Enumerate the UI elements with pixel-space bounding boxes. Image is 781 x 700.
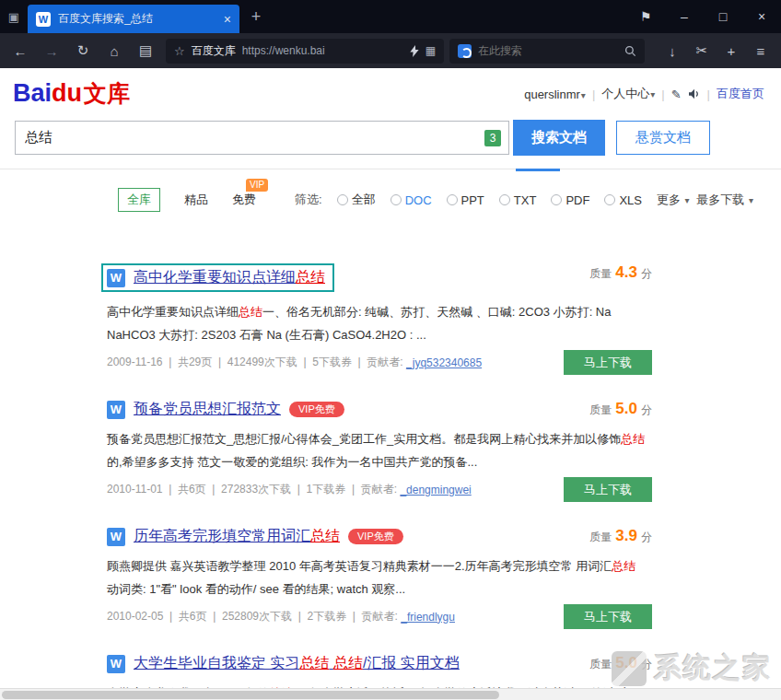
result-meta: 2010-11-01 | 共6页 | 272833次下载 | 1下载券 | 贡献… xyxy=(107,477,652,502)
radio-icon[interactable] xyxy=(499,194,510,205)
quality-score: 质量3.9分 xyxy=(589,527,652,545)
browser-tab[interactable]: W 百度文库搜索_总结 × xyxy=(28,5,239,33)
result-head: W 历年高考完形填空常用词汇总结 VIP免费 质量3.9分 xyxy=(107,527,652,546)
lightning-icon[interactable] xyxy=(410,45,419,57)
personal-center-menu[interactable]: 个人中心▾ xyxy=(601,86,655,102)
bounty-docs-button[interactable]: 悬赏文档 xyxy=(616,121,710,155)
doc-icon: W xyxy=(107,401,125,419)
reading-mode-icon[interactable]: ▤ xyxy=(131,37,160,64)
titlebar-spacer xyxy=(273,0,626,33)
active-tab-underline xyxy=(516,169,560,171)
address-bar[interactable]: ☆ 百度文库 https://wenku.bai ▦ xyxy=(166,39,444,64)
baidu-wenku-logo[interactable]: Baidu文库 xyxy=(13,79,130,107)
back-icon[interactable]: ← xyxy=(6,37,35,64)
add-icon[interactable]: + xyxy=(717,37,746,64)
search-input[interactable] xyxy=(15,121,509,155)
maximize-button[interactable]: □ xyxy=(704,0,742,33)
search-docs-button[interactable]: 搜索文档 xyxy=(513,120,605,156)
search-row: 3 搜索文档 悬赏文档 xyxy=(0,107,781,156)
qr-code-icon[interactable]: ▦ xyxy=(425,44,436,57)
search-result: W 预备党员思想汇报范文 VIP免费 质量5.0分 预备党员思想汇报范文_思想汇… xyxy=(107,400,652,502)
filter-option-xls[interactable]: XLS xyxy=(604,193,642,207)
selection-highlight-box: W 高中化学重要知识点详细总结 xyxy=(101,263,334,292)
user-nav: querslinmr▾ | 个人中心▾ | ✎ | 百度首页 xyxy=(524,86,764,102)
filter-option-all[interactable]: 全部 xyxy=(337,192,376,208)
tab-close-icon[interactable]: × xyxy=(224,12,231,27)
filter-more-dropdown[interactable]: 更多 ▾ xyxy=(657,192,690,208)
result-meta: 2010-02-05 | 共6页 | 252809次下载 | 2下载券 | 贡献… xyxy=(107,604,652,629)
tab-all-library[interactable]: 全库 xyxy=(118,188,160,212)
page-content: Baidu文库 querslinmr▾ | 个人中心▾ | ✎ | 百度首页 3… xyxy=(0,68,781,700)
results-list: W 高中化学重要知识点详细总结 质量4.3分 高中化学重要知识点详细总结一、俗名… xyxy=(107,263,652,700)
chevron-down-icon: ▾ xyxy=(650,89,655,99)
browser-logo-icon: ▣ xyxy=(0,0,28,33)
contributor-link[interactable]: _dengmingwei xyxy=(400,484,471,496)
result-head: W 大学生毕业自我鉴定 实习总结 总结/汇报 实用文档 质量5.0分 xyxy=(107,654,652,673)
flag-icon[interactable]: ⚑ xyxy=(626,0,665,33)
scissors-icon[interactable]: ✂ xyxy=(687,37,717,64)
tab-premium[interactable]: 精品 xyxy=(184,192,208,208)
filter-option-ppt[interactable]: PPT xyxy=(447,193,484,207)
tab-free[interactable]: 免费VIP xyxy=(232,192,256,208)
doc-icon: W xyxy=(107,269,125,287)
result-description: 顾燕卿提供 嘉兴英语教学整理 2010 年高考英语复习精典素材一一2.历年高考完… xyxy=(107,554,647,601)
meta-text: 2010-02-05 | 共6页 | 252809次下载 | 2下载券 | 贡献… xyxy=(107,609,401,624)
result-title-link[interactable]: 高中化学重要知识点详细总结 xyxy=(134,268,325,287)
radio-icon[interactable] xyxy=(551,194,562,205)
page-header: Baidu文库 querslinmr▾ | 个人中心▾ | ✎ | 百度首页 xyxy=(0,68,781,107)
close-button[interactable]: × xyxy=(742,0,781,33)
chevron-down-icon: ▾ xyxy=(581,90,586,100)
username-menu[interactable]: querslinmr▾ xyxy=(524,88,586,101)
download-now-button[interactable]: 马上下载 xyxy=(564,477,652,502)
vip-free-badge: VIP免费 xyxy=(348,529,403,544)
contributor-link[interactable]: _jyq532340685 xyxy=(406,356,482,369)
quality-score: 质量5.0分 xyxy=(589,654,652,672)
minimize-button[interactable]: – xyxy=(665,0,704,33)
logo-bai: Bai xyxy=(13,79,52,107)
result-title-link[interactable]: 大学生毕业自我鉴定 实习总结 总结/汇报 实用文档 xyxy=(134,654,460,673)
sort-dropdown[interactable]: 最多下载 ▾ xyxy=(696,192,753,208)
speaker-icon[interactable] xyxy=(688,88,701,99)
download-manager-icon[interactable]: ↓ xyxy=(658,37,687,64)
doc-icon: W xyxy=(107,655,125,673)
meta-text: 2010-11-01 | 共6页 | 272833次下载 | 1下载券 | 贡献… xyxy=(107,482,400,497)
result-head: W 高中化学重要知识点详细总结 质量4.3分 xyxy=(107,263,652,292)
radio-icon[interactable] xyxy=(447,194,458,205)
radio-icon[interactable] xyxy=(604,194,615,205)
vip-tag: VIP xyxy=(246,179,268,192)
scrollbar-thumb[interactable] xyxy=(2,691,499,699)
contributor-link[interactable]: _friendlygu xyxy=(401,611,455,624)
new-tab-button[interactable]: + xyxy=(239,0,273,33)
result-description: 预备党员思想汇报范文_思想汇报/心得体会_党团工作_实用文档。都是我网上精心找来… xyxy=(107,427,647,473)
tab-title: 百度文库搜索_总结 xyxy=(58,11,216,27)
vip-free-badge: VIP免费 xyxy=(289,402,344,417)
browser-window: ▣ W 百度文库搜索_总结 × + ⚑ – □ × ← → ↻ ⌂ ▤ ☆ 百度… xyxy=(0,0,781,700)
radio-icon[interactable] xyxy=(337,194,348,205)
download-now-button[interactable]: 马上下载 xyxy=(564,350,652,375)
download-now-button[interactable]: 马上下载 xyxy=(564,604,652,629)
bookmark-star-icon[interactable]: ☆ xyxy=(174,44,185,58)
filter-option-pdf[interactable]: PDF xyxy=(551,193,589,207)
titlebar: ▣ W 百度文库搜索_总结 × + ⚑ – □ × xyxy=(0,0,781,33)
nav-separator: | xyxy=(707,88,710,101)
radio-icon[interactable] xyxy=(390,194,402,205)
edit-icon[interactable]: ✎ xyxy=(671,88,682,101)
baidu-home-link[interactable]: 百度首页 xyxy=(717,86,764,102)
toolbar-search-box[interactable] xyxy=(449,39,645,64)
filter-option-txt[interactable]: TXT xyxy=(499,193,537,207)
url-text[interactable]: https://wenku.bai xyxy=(242,44,403,57)
toolbar-right-group: ↓ ✂ + ≡ xyxy=(658,37,775,64)
nav-separator: | xyxy=(592,88,595,101)
result-title-link[interactable]: 预备党员思想汇报范文 xyxy=(134,400,281,419)
horizontal-scrollbar[interactable] xyxy=(0,688,781,700)
home-icon[interactable]: ⌂ xyxy=(99,37,129,64)
menu-icon[interactable]: ≡ xyxy=(746,37,775,64)
refresh-icon[interactable]: ↻ xyxy=(68,37,98,64)
toolbar-search-input[interactable] xyxy=(478,44,618,57)
doc-icon: W xyxy=(107,528,125,546)
result-meta: 2009-11-16 | 共29页 | 412499次下载 | 5下载券 | 贡… xyxy=(107,350,652,375)
filter-option-doc[interactable]: DOC xyxy=(390,193,432,207)
result-title-link[interactable]: 历年高考完形填空常用词汇总结 xyxy=(134,527,340,546)
magnifier-icon[interactable] xyxy=(624,45,636,57)
forward-icon[interactable]: → xyxy=(37,37,66,64)
